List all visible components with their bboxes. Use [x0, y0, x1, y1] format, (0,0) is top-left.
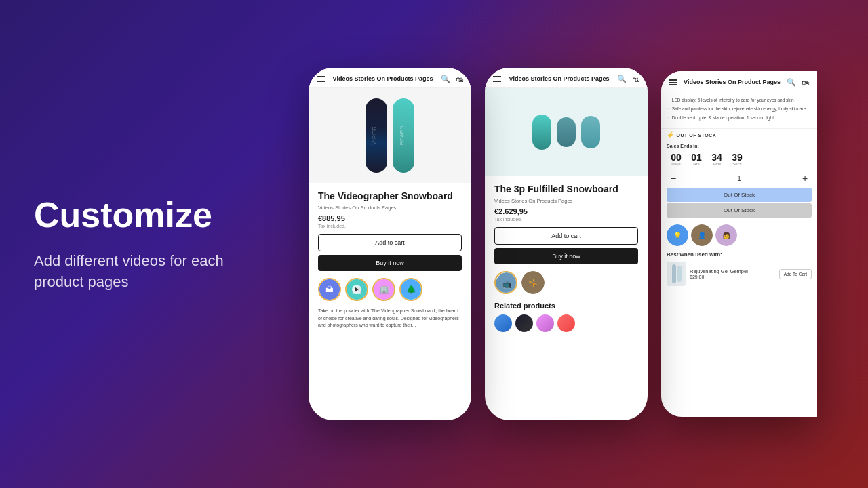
round-product-1	[532, 115, 551, 150]
recommend-price: $29.00	[690, 274, 775, 279]
qty-value: 1	[737, 175, 741, 182]
qty-plus-btn[interactable]: +	[798, 173, 812, 184]
cart-icon[interactable]: 🛍	[456, 75, 463, 83]
phone-3-bullets: · LED display, 5 levels of intensity to …	[661, 92, 817, 129]
phone-2-add-cart-btn[interactable]: Add to cart	[494, 227, 638, 245]
phone-1-product-title: The Videographer Snowboard	[318, 190, 462, 202]
phone-2-product-price: €2.629,95	[494, 207, 638, 216]
hamburger-icon-2[interactable]	[493, 76, 501, 82]
best-when-label: Best when used with:	[661, 250, 817, 259]
bullet-text-1: LED display, 5 levels of intensity to ca…	[672, 97, 794, 104]
round-product-2	[557, 117, 576, 147]
color-swatch-4[interactable]	[557, 314, 575, 332]
mins-value: 34	[707, 152, 726, 162]
svg-text:👤: 👤	[698, 231, 707, 240]
out-of-stock-btn-blue[interactable]: Out Of Stock	[667, 188, 812, 202]
hamburger-icon-3[interactable]	[669, 79, 677, 85]
hamburger-icon[interactable]	[317, 76, 325, 82]
svg-text:🌲: 🌲	[406, 284, 416, 294]
countdown: 00 Days 01 Hrs 34 Mins 39 Secs	[661, 151, 817, 170]
recommend-name: Rejuvenating Gel Gempel	[690, 268, 775, 274]
bullet-dot-2: ·	[668, 106, 669, 113]
phone-2-buy-now-btn[interactable]: Buy it now	[494, 248, 638, 264]
snowboard-teal: BOARD	[393, 98, 414, 173]
phone-2-bar: Videos Stories On Products Pages 🔍 🛍	[485, 68, 648, 88]
svg-rect-20	[672, 264, 676, 283]
phone-1: Videos Stories On Products Pages 🔍 🛍 VIP…	[309, 68, 471, 420]
days-label: Days	[667, 162, 686, 166]
phone-2-product-title: The 3p Fulfilled Snowboard	[494, 183, 638, 195]
search-icon-2[interactable]: 🔍	[617, 75, 627, 83]
svg-text:🤸: 🤸	[528, 278, 538, 287]
phones-section: Videos Stories On Products Pages 🔍 🛍 VIP…	[258, 54, 868, 434]
recommended-product: Rejuvenating Gel Gempel $29.00 Add To Ca…	[661, 259, 817, 289]
svg-text:👩: 👩	[722, 231, 731, 240]
search-icon-3[interactable]: 🔍	[787, 78, 796, 87]
qty-minus-btn[interactable]: −	[667, 173, 680, 184]
story-circle-2-1[interactable]: 📺	[494, 271, 517, 294]
story-c3-1[interactable]: 💡	[667, 224, 688, 246]
story-circle-1[interactable]: 🏔	[318, 278, 341, 301]
phone-2-tax-note: Tax included.	[494, 217, 638, 222]
phone-1-product-image: VIPER BOARD	[309, 88, 471, 183]
phone-1-product-subtitle: Videos Stories On Products Pages	[318, 205, 462, 211]
hrs-value: 01	[687, 152, 706, 162]
hrs-label: Hrs	[687, 162, 706, 166]
phone-1-bar-icons: 🔍 🛍	[441, 75, 463, 83]
bullet-1: · LED display, 5 levels of intensity to …	[668, 97, 810, 104]
snowboard-container: VIPER BOARD	[366, 92, 414, 180]
color-swatch-3[interactable]	[536, 314, 554, 332]
bullet-text-3: Double vent, quiet & stable operation, 1…	[672, 115, 774, 121]
secs-value: 39	[728, 152, 747, 162]
cart-icon-3[interactable]: 🛍	[802, 79, 809, 87]
bullet-3: · Double vent, quiet & stable operation,…	[668, 115, 810, 121]
recommend-add-cart-btn[interactable]: Add To Cart	[779, 269, 812, 279]
story-circle-2[interactable]: 🎿	[345, 278, 368, 301]
story-circle-3[interactable]: 🏢	[372, 278, 395, 301]
phone-2-product-image	[485, 88, 648, 176]
story-c3-3[interactable]: 👩	[715, 224, 737, 246]
color-swatch-1[interactable]	[494, 314, 512, 332]
round-product-3	[581, 116, 600, 148]
cart-icon-2[interactable]: 🛍	[632, 75, 639, 83]
rounded-product	[532, 115, 600, 150]
secs-label: Secs	[728, 162, 747, 166]
phone-3-bar: Videos Stories On Product Pages 🔍 🛍	[661, 71, 817, 92]
out-of-stock-btn-grey[interactable]: Out Of Stock	[667, 203, 812, 218]
days-value: 00	[667, 152, 686, 162]
countdown-secs: 39 Secs	[728, 152, 747, 166]
phone-1-buy-now-btn[interactable]: Buy it now	[318, 255, 462, 271]
bullet-dot-1: ·	[668, 97, 669, 104]
lightning-icon: ⚡	[667, 131, 675, 138]
color-swatch-2[interactable]	[515, 314, 533, 332]
phone-3: Videos Stories On Product Pages 🔍 🛍 · LE…	[661, 71, 817, 417]
phone-1-add-cart-btn[interactable]: Add to cart	[318, 234, 462, 251]
phone-1-product-price: €885,95	[318, 214, 462, 222]
search-icon[interactable]: 🔍	[441, 75, 450, 83]
phone-1-product-content: The Videographer Snowboard Videos Storie…	[309, 183, 471, 336]
story-circle-2-2[interactable]: 🤸	[521, 271, 545, 294]
phone-3-bar-title: Videos Stories On Product Pages	[677, 79, 787, 87]
story-circle-4[interactable]: 🌲	[399, 278, 422, 301]
story-c3-2[interactable]: 👤	[691, 224, 713, 246]
phone-2: Videos Stories On Products Pages 🔍 🛍 The…	[485, 68, 648, 420]
phone-2-product-content: The 3p Fulfilled Snowboard Videos Storie…	[485, 176, 648, 339]
phone-2-story-circles: 📺 🤸	[494, 271, 638, 294]
phone-2-bar-icons: 🔍 🛍	[617, 75, 639, 83]
phone-3-bar-icons: 🔍 🛍	[787, 78, 809, 87]
related-product-colors	[494, 314, 638, 332]
mins-label: Mins	[707, 162, 726, 166]
snowboard-dark: VIPER	[366, 98, 387, 173]
svg-text:🏢: 🏢	[379, 284, 389, 294]
qty-row: − 1 +	[661, 170, 817, 186]
out-of-stock-text: OUT OF STOCK	[677, 133, 717, 138]
svg-text:BOARD: BOARD	[399, 126, 405, 146]
subtext: Add different videos for each product pa…	[34, 251, 224, 293]
countdown-days: 00 Days	[667, 152, 686, 166]
phone-1-description: Take on the powder with 'The Videographe…	[318, 308, 462, 329]
phone-3-story-circles: 💡 👤 👩	[661, 222, 817, 250]
countdown-mins: 34 Mins	[707, 152, 726, 166]
svg-text:VIPER: VIPER	[371, 126, 378, 145]
svg-text:💡: 💡	[673, 231, 682, 240]
countdown-hrs: 01 Hrs	[687, 152, 706, 166]
